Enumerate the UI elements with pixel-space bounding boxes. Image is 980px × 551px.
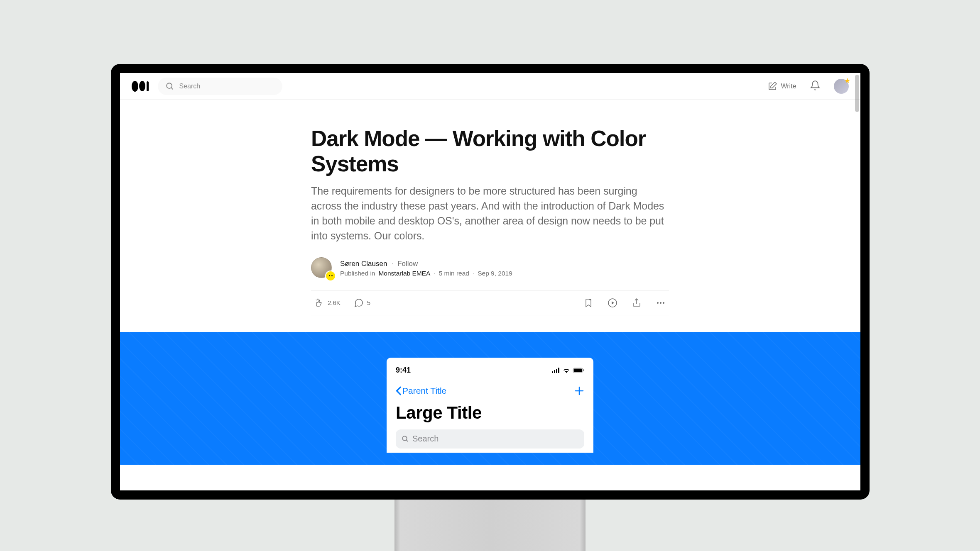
publish-date: Sep 9, 2019 [478,270,512,277]
phone-search-placeholder: Search [412,434,439,444]
byline: Søren Clausen · Follow Published in Mons… [311,257,669,280]
bookmark-icon[interactable] [583,298,593,308]
svg-rect-13 [574,368,582,372]
phone-search-field[interactable]: Search [396,429,584,449]
byline-text: Søren Clausen · Follow Published in Mons… [340,260,512,277]
wifi-icon [563,368,570,373]
clap-icon [314,298,324,308]
action-bar: 2.6K 5 [311,290,669,315]
hero-image: 9:41 Parent Title Larg [120,332,860,465]
phone-mockup: 9:41 Parent Title Larg [387,358,593,453]
search-input[interactable] [179,83,275,90]
phone-back-button[interactable]: Parent Title [396,386,446,396]
svg-point-7 [663,302,664,304]
phone-large-title: Large Title [396,403,584,423]
clap-count: 2.6K [328,299,341,306]
scrollbar[interactable] [855,75,859,112]
chevron-left-icon [396,386,402,395]
write-label: Write [781,83,796,90]
battery-icon [573,368,584,373]
phone-nav-bar: Parent Title [396,384,584,398]
bell-icon [810,80,821,91]
site-header: Write [120,73,860,100]
responses-count: 5 [367,299,370,306]
clap-button[interactable]: 2.6K [314,298,341,308]
separator: · [434,270,435,277]
follow-button[interactable]: Follow [397,260,418,268]
medium-logo[interactable] [132,81,149,92]
separator: · [473,270,474,277]
article-subtitle: The requirements for designers to be mor… [311,183,669,243]
screen: Write Dark Mode — Working with Color Sys… [120,73,860,490]
user-avatar[interactable] [834,79,849,94]
more-icon[interactable] [656,298,666,308]
svg-point-6 [660,302,662,304]
phone-back-label: Parent Title [402,386,446,396]
svg-rect-8 [552,371,553,373]
write-icon [767,81,777,91]
svg-line-1 [171,88,173,89]
author-name[interactable]: Søren Clausen [340,260,387,268]
responses-button[interactable]: 5 [354,298,370,308]
header-actions: Write [767,79,848,94]
phone-status-bar: 9:41 [396,366,584,375]
publication-avatar[interactable] [325,271,336,281]
search-icon [165,82,174,91]
published-in-label: Published in [340,270,375,277]
svg-point-0 [167,83,172,88]
separator: · [391,260,393,268]
article: Dark Mode — Working with Color Systems T… [311,126,669,332]
phone-time: 9:41 [396,366,411,375]
svg-rect-14 [583,369,584,371]
comment-icon [354,298,364,308]
plus-icon [574,386,584,396]
svg-marker-3 [612,301,614,305]
svg-rect-11 [558,368,559,373]
notifications-button[interactable] [810,80,821,93]
search-container[interactable] [158,78,282,95]
svg-line-18 [406,440,408,441]
write-button[interactable]: Write [767,81,796,91]
svg-rect-10 [556,369,557,373]
share-icon[interactable] [632,298,642,308]
play-icon[interactable] [608,298,617,308]
byline-avatars [311,257,333,280]
publication-name[interactable]: Monstarlab EMEA [378,270,430,277]
phone-add-button[interactable] [574,384,584,398]
read-time: 5 min read [439,270,469,277]
svg-point-5 [657,302,659,304]
search-icon [402,435,409,443]
monitor-stand [394,500,586,551]
svg-point-17 [402,436,407,441]
article-title: Dark Mode — Working with Color Systems [311,126,669,177]
monitor-frame: Write Dark Mode — Working with Color Sys… [111,64,870,500]
signal-icon [552,368,560,373]
svg-rect-9 [554,370,555,373]
